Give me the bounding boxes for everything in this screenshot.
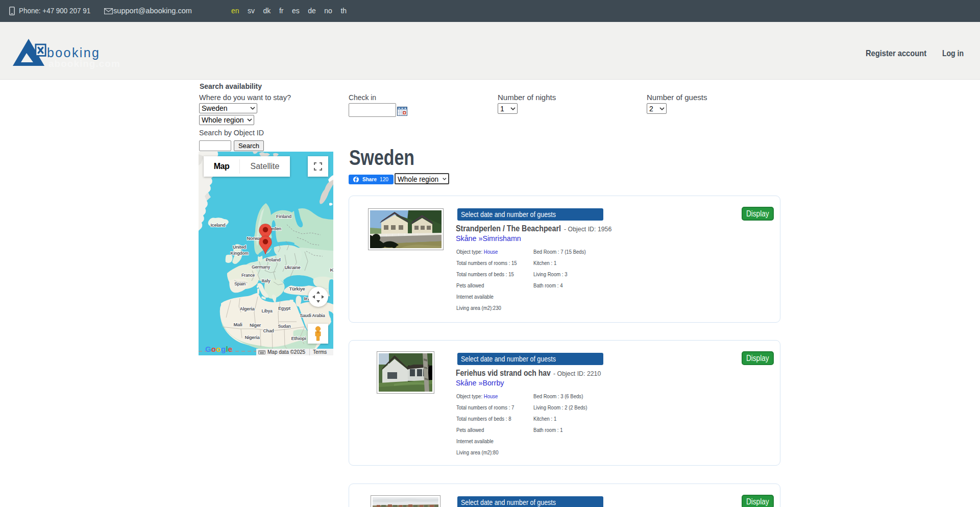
- svg-text:United: United: [233, 244, 246, 250]
- svg-text:Libya: Libya: [262, 308, 273, 313]
- svg-text:Nigeria: Nigeria: [245, 334, 260, 340]
- svg-text:Kingdom: Kingdom: [231, 250, 249, 256]
- svg-text:Spain: Spain: [234, 281, 246, 286]
- svg-text:Germany: Germany: [252, 264, 271, 270]
- svg-text:Ethiopi: Ethiopi: [291, 335, 306, 341]
- svg-text:Egypt: Egypt: [278, 305, 291, 311]
- svg-text:K: K: [330, 267, 334, 273]
- svg-text:Sudan: Sudan: [278, 323, 291, 329]
- svg-text:Chad: Chad: [263, 328, 274, 333]
- svg-text:Italy: Italy: [262, 278, 271, 283]
- svg-text:Saudi Arabia: Saudi Arabia: [300, 312, 326, 318]
- svg-text:Algeria: Algeria: [240, 306, 255, 311]
- svg-text:France: France: [241, 272, 255, 278]
- svg-text:Finland: Finland: [276, 213, 291, 219]
- svg-text:Poland: Poland: [266, 257, 281, 262]
- svg-text:Mali: Mali: [234, 322, 242, 327]
- svg-text:Iceland: Iceland: [211, 222, 226, 228]
- svg-text:Türkiye: Türkiye: [289, 286, 305, 292]
- svg-text:Ukraine: Ukraine: [285, 264, 301, 270]
- svg-text:Niger: Niger: [250, 322, 261, 328]
